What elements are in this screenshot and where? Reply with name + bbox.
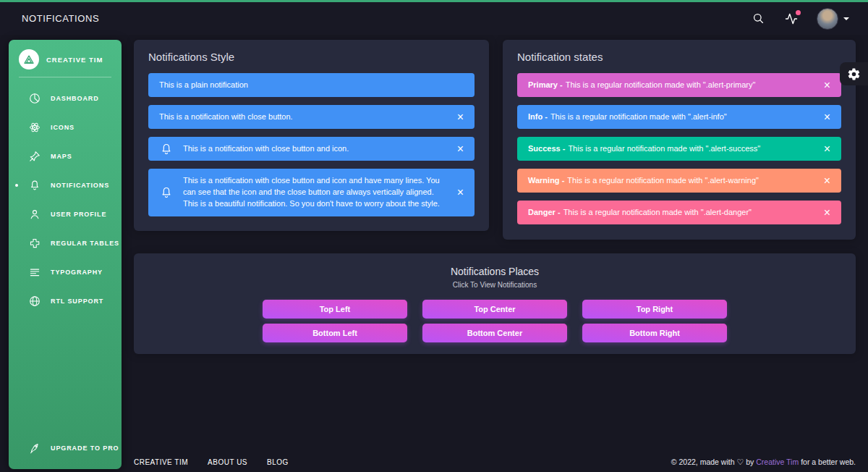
alert-text: This is a notification with close button… [183, 143, 457, 155]
top-right-button[interactable]: Top Right [582, 300, 727, 319]
pie-chart-icon [28, 92, 41, 105]
alert-with-close: This is a notification with close button… [148, 105, 475, 129]
close-icon[interactable]: × [824, 80, 830, 91]
sidebar-item-rtl-support[interactable]: RTL SUPPORT [9, 287, 122, 316]
page-title: NOTIFICATIONS [22, 13, 99, 24]
sidebar-item-label: TYPOGRAPHY [51, 269, 103, 276]
footer: CREATIVE TIM ABOUT US BLOG © 2022, made … [134, 458, 856, 467]
sidebar-item-label: USER PROFILE [51, 211, 106, 218]
notification-dot [796, 10, 801, 15]
footer-copyright: © 2022, made with ♡ by Creative Tim for … [671, 458, 856, 467]
globe-icon [28, 295, 41, 308]
active-item-dot [15, 184, 18, 187]
user-menu[interactable] [817, 8, 849, 30]
alert-plain: This is a plain notification [148, 73, 475, 97]
alert-text: Success -This is a regular notification … [528, 143, 824, 155]
alert-text: This is a plain notification [159, 80, 464, 91]
sidebar-item-label: ICONS [51, 124, 75, 131]
close-icon[interactable]: × [824, 175, 830, 187]
sidebar-brand[interactable]: CREATIVE TIM [9, 40, 122, 76]
card-title: Notifications Style [148, 51, 475, 63]
alert-label: Info - [528, 112, 548, 121]
notification-states-card: Notification states Primary -This is a r… [503, 40, 856, 240]
creative-tim-link[interactable]: Creative Tim [756, 458, 799, 466]
top-navbar: NOTIFICATIONS [0, 2, 868, 35]
close-icon[interactable]: × [457, 111, 464, 123]
places-title: Notifications Places [148, 266, 841, 277]
notifications-places-card: Notifications Places Click To View Notif… [134, 253, 856, 354]
footer-links: CREATIVE TIM ABOUT US BLOG [134, 458, 289, 466]
sidebar-item-user-profile[interactable]: USER PROFILE [9, 200, 122, 229]
footer-link-about-us[interactable]: ABOUT US [208, 458, 247, 466]
alert-label: Success - [528, 144, 565, 153]
alert-label: Danger - [528, 208, 561, 216]
text-lines-icon [28, 266, 41, 279]
bell-icon [159, 185, 174, 200]
alert-text: Warning -This is a regular notification … [528, 175, 824, 187]
sidebar-item-label: REGULAR TABLES [51, 240, 119, 247]
bottom-right-button[interactable]: Bottom Right [582, 324, 727, 342]
top-left-button[interactable]: Top Left [263, 300, 407, 319]
search-icon[interactable] [750, 11, 766, 27]
close-icon[interactable]: × [824, 207, 830, 219]
footer-link-blog[interactable]: BLOG [267, 458, 289, 466]
alert-with-close-and-icon: This is a notification with close button… [148, 137, 475, 161]
navbar-actions [750, 8, 849, 30]
card-title: Notification states [517, 51, 841, 63]
activity-icon[interactable] [783, 11, 799, 27]
alert-warning: Warning -This is a regular notification … [517, 169, 841, 193]
sidebar-item-icons[interactable]: ICONS [9, 113, 122, 142]
alert-text: This is a notification with close button… [159, 111, 457, 123]
alert-text: Primary -This is a regular notification … [528, 80, 824, 91]
alert-text: Danger -This is a regular notification m… [528, 207, 824, 219]
sidebar-item-notifications[interactable]: NOTIFICATIONS [9, 171, 122, 200]
puzzle-icon [28, 237, 41, 250]
sidebar-divider [19, 77, 111, 77]
alert-label: Warning - [528, 176, 564, 185]
alert-danger: Danger -This is a regular notification m… [517, 201, 841, 224]
sidebar-item-typography[interactable]: TYPOGRAPHY [9, 258, 122, 287]
sidebar-item-maps[interactable]: MAPS [9, 142, 122, 171]
bottom-center-button[interactable]: Bottom Center [422, 324, 567, 342]
avatar [817, 8, 838, 30]
alert-primary: Primary -This is a regular notification … [517, 73, 841, 97]
top-center-button[interactable]: Top Center [422, 300, 567, 319]
bottom-left-button[interactable]: Bottom Left [263, 324, 407, 342]
main-content: Notifications Style This is a plain noti… [134, 40, 856, 354]
sidebar-item-label: RTL SUPPORT [51, 298, 103, 305]
close-icon[interactable]: × [457, 187, 464, 198]
close-icon[interactable]: × [824, 111, 830, 123]
gear-icon [847, 67, 861, 81]
notifications-style-card: Notifications Style This is a plain noti… [134, 40, 489, 231]
sidebar-item-label: NOTIFICATIONS [51, 182, 109, 189]
places-subtitle: Click To View Notifications [148, 281, 841, 289]
sidebar-item-upgrade-to-pro[interactable]: UPGRADE TO PRO [9, 434, 122, 463]
sidebar-item-regular-tables[interactable]: REGULAR TABLES [9, 229, 122, 258]
alert-text: This is a notification with close button… [183, 175, 457, 210]
sidebar-item-dashboard[interactable]: DASHBOARD [9, 84, 122, 113]
footer-link-creative-tim[interactable]: CREATIVE TIM [134, 458, 188, 466]
heart-icon: ♡ [736, 458, 744, 466]
sidebar-item-label: DASHBOARD [51, 95, 99, 102]
alert-label: Primary - [528, 80, 563, 89]
close-icon[interactable]: × [457, 143, 464, 155]
top-accent-line [0, 0, 868, 2]
alert-text: Info -This is a regular notification mad… [528, 111, 824, 123]
creative-tim-logo-icon [19, 49, 39, 69]
chevron-down-icon [843, 17, 849, 20]
bell-icon [28, 179, 41, 192]
sidebar: CREATIVE TIM DASHBOARD ICONS [9, 40, 122, 469]
settings-plugin-button[interactable] [840, 62, 868, 85]
rocket-icon [28, 442, 41, 455]
alert-success: Success -This is a regular notification … [517, 137, 841, 161]
pin-icon [28, 150, 41, 163]
sidebar-item-label: UPGRADE TO PRO [51, 444, 119, 452]
places-button-grid: Top Left Top Center Top Right Bottom Lef… [148, 300, 841, 342]
user-icon [28, 208, 41, 221]
atom-icon [28, 121, 41, 134]
alert-multiline: This is a notification with close button… [148, 169, 475, 216]
sidebar-brand-label: CREATIVE TIM [46, 56, 103, 64]
sidebar-nav: DASHBOARD ICONS MAPS [9, 84, 122, 316]
alert-info: Info -This is a regular notification mad… [517, 105, 841, 129]
close-icon[interactable]: × [824, 143, 830, 155]
